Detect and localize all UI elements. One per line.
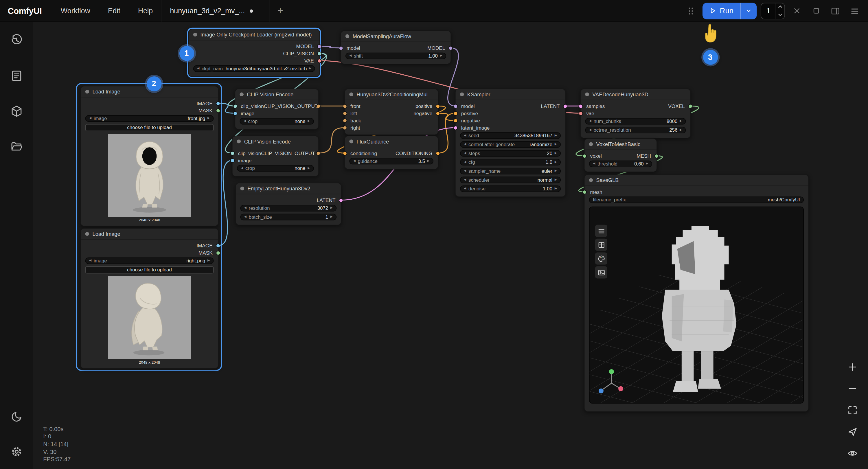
sidebar-logs-button[interactable] xyxy=(7,67,26,85)
3d-viewport[interactable] xyxy=(589,207,804,404)
widget-left-arrow-icon[interactable]: ◀ xyxy=(589,120,591,123)
widget-left-arrow-icon[interactable]: ◀ xyxy=(244,120,246,123)
input-port[interactable] xyxy=(233,104,237,108)
node-collapse-dot[interactable] xyxy=(589,178,593,182)
widget-left-arrow-icon[interactable]: ◀ xyxy=(464,169,466,173)
output-port[interactable] xyxy=(216,243,220,248)
output-port[interactable] xyxy=(339,198,343,202)
input-port[interactable] xyxy=(343,111,347,116)
input-port[interactable] xyxy=(230,158,235,162)
output-port[interactable] xyxy=(654,154,659,158)
widget-guidance[interactable]: ◀guidance3.5▶ xyxy=(349,158,433,165)
widget-right-arrow-icon[interactable]: ▶ xyxy=(308,167,310,170)
widget-right-arrow-icon[interactable]: ▶ xyxy=(309,67,311,70)
output-port[interactable] xyxy=(317,44,321,48)
main-menu-button[interactable] xyxy=(847,3,863,19)
fit-view-button[interactable] xyxy=(846,404,859,417)
widget-left-arrow-icon[interactable]: ◀ xyxy=(464,179,466,182)
input-port[interactable] xyxy=(339,46,343,50)
sidebar-workflows-button[interactable] xyxy=(7,137,26,156)
node-collapse-dot[interactable] xyxy=(240,93,243,96)
node-el[interactable]: EmptyLatentHunyuan3Dv2LATENT◀resolution3… xyxy=(235,183,341,225)
widget-right-arrow-icon[interactable]: ▶ xyxy=(555,179,557,182)
run-options-button[interactable] xyxy=(740,3,756,19)
stepper-down-icon[interactable] xyxy=(776,11,784,19)
widget-left-arrow-icon[interactable]: ◀ xyxy=(464,143,466,146)
node-cv1[interactable]: CLIP Vision Encodeclip_visionCLIP_VISION… xyxy=(235,89,319,130)
output-port[interactable] xyxy=(216,251,220,255)
input-port[interactable] xyxy=(454,118,458,122)
zoom-out-button[interactable] xyxy=(846,382,859,395)
upload-button[interactable]: choose file to upload xyxy=(85,124,214,131)
run-button[interactable]: Run xyxy=(703,3,740,19)
node-sg[interactable]: SaveGLBmeshfilename_prefixmesh/ComfyUI xyxy=(584,175,809,412)
widget-left-arrow-icon[interactable]: ◀ xyxy=(244,216,247,219)
node-flux[interactable]: FluxGuidanceconditioningCONDITIONING◀gui… xyxy=(344,136,438,169)
input-port[interactable] xyxy=(454,125,458,130)
node-collapse-dot[interactable] xyxy=(85,232,89,236)
new-tab-button[interactable]: + xyxy=(270,5,290,17)
batch-count-input[interactable]: 1 xyxy=(761,3,785,19)
output-port[interactable] xyxy=(216,101,220,105)
axis-gizmo-icon[interactable] xyxy=(599,369,623,394)
node-li1[interactable]: Load ImageIMAGEMASK◀imagefront.jpg▶choos… xyxy=(80,86,218,226)
widget-right-arrow-icon[interactable]: ▶ xyxy=(308,120,310,123)
output-port[interactable] xyxy=(688,104,692,108)
widget-left-arrow-icon[interactable]: ◀ xyxy=(464,187,466,190)
output-port[interactable] xyxy=(317,58,321,63)
node-graph-canvas[interactable]: Image Only Checkpoint Loader (img2vid mo… xyxy=(33,22,868,469)
widget-right-arrow-icon[interactable]: ▶ xyxy=(440,54,442,58)
node-collapse-dot[interactable] xyxy=(585,93,589,96)
widget-right-arrow-icon[interactable]: ▶ xyxy=(646,162,648,165)
input-port[interactable] xyxy=(343,104,347,108)
input-port[interactable] xyxy=(343,151,347,155)
node-vtm[interactable]: VoxelToMeshBasicvoxelMESH◀threshold0.60▶ xyxy=(584,138,657,172)
widget-threshold[interactable]: ◀threshold0.60▶ xyxy=(589,160,652,167)
output-port[interactable] xyxy=(316,151,320,155)
output-port[interactable] xyxy=(448,46,453,50)
widget-right-arrow-icon[interactable]: ▶ xyxy=(555,134,557,137)
widget-batch_size[interactable]: ◀batch_size1▶ xyxy=(240,214,337,220)
node-ks[interactable]: KSamplermodelLATENTpositivenegativelaten… xyxy=(455,89,566,197)
node-collapse-dot[interactable] xyxy=(193,33,197,36)
node-vd[interactable]: VAEDecodeHunyuan3DsamplesVOXELvae◀num_ch… xyxy=(580,89,691,138)
widget-right-arrow-icon[interactable]: ▶ xyxy=(555,169,557,173)
widget-right-arrow-icon[interactable]: ▶ xyxy=(555,143,557,146)
widget-right-arrow-icon[interactable]: ▶ xyxy=(331,207,333,210)
theme-toggle-button[interactable] xyxy=(7,407,26,426)
drag-dots-icon[interactable] xyxy=(683,3,699,19)
node-collapse-dot[interactable] xyxy=(85,90,89,93)
output-port[interactable] xyxy=(563,104,567,108)
node-collapse-dot[interactable] xyxy=(589,142,593,146)
widget-resolution[interactable]: ◀resolution3072▶ xyxy=(240,205,337,212)
settings-button[interactable] xyxy=(7,442,26,461)
menu-help[interactable]: Help xyxy=(129,7,161,15)
widget-right-arrow-icon[interactable]: ▶ xyxy=(555,152,557,155)
clear-queue-button[interactable] xyxy=(789,3,804,19)
widget-ckpt_name[interactable]: ◀ckpt_namehunyuan3d\hunyuan3d-dit-v2-mv-… xyxy=(193,65,315,72)
input-port[interactable] xyxy=(578,104,583,108)
node-collapse-dot[interactable] xyxy=(349,139,353,143)
widget-left-arrow-icon[interactable]: ◀ xyxy=(241,167,243,170)
workflow-tab[interactable]: hunyuan_3d_v2_mv_... xyxy=(162,0,270,22)
material-button[interactable] xyxy=(595,252,607,264)
widget-shift[interactable]: ◀shift1.00▶ xyxy=(345,52,446,59)
widget-left-arrow-icon[interactable]: ◀ xyxy=(244,207,247,210)
input-port[interactable] xyxy=(233,111,237,116)
output-port[interactable] xyxy=(436,104,440,108)
menu-edit[interactable]: Edit xyxy=(99,7,129,15)
input-port[interactable] xyxy=(454,111,458,116)
widget-left-arrow-icon[interactable]: ◀ xyxy=(593,162,595,165)
input-port[interactable] xyxy=(454,104,458,108)
widget-right-arrow-icon[interactable]: ▶ xyxy=(331,216,333,219)
widget-crop[interactable]: ◀cropnone▶ xyxy=(240,118,314,125)
output-port[interactable] xyxy=(216,108,220,113)
input-port[interactable] xyxy=(578,111,583,116)
widget-left-arrow-icon[interactable]: ◀ xyxy=(589,128,591,132)
widget-right-arrow-icon[interactable]: ▶ xyxy=(208,117,210,120)
batch-count-stepper[interactable] xyxy=(776,3,785,19)
widget-image[interactable]: ◀imagefront.jpg▶ xyxy=(85,115,214,122)
toggle-links-button[interactable] xyxy=(846,447,859,460)
widget-right-arrow-icon[interactable]: ▶ xyxy=(208,259,210,262)
widget-crop[interactable]: ◀cropnone▶ xyxy=(237,165,314,172)
